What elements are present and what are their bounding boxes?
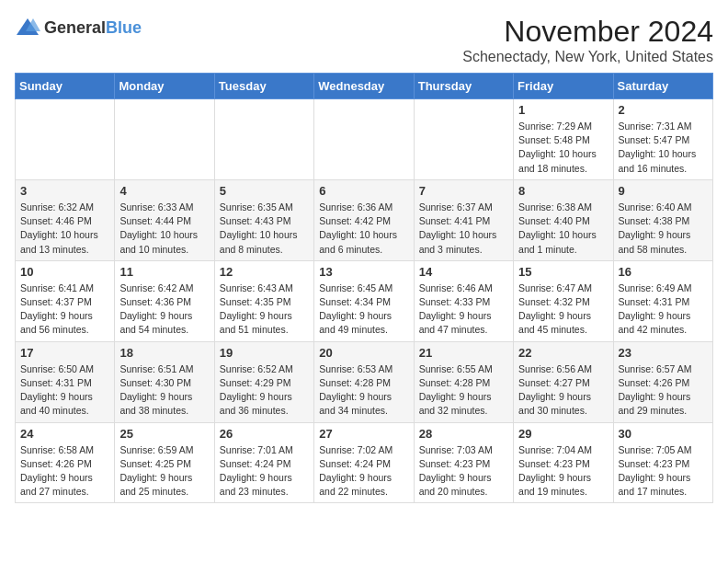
calendar-cell: 29Sunrise: 7:04 AM Sunset: 4:23 PM Dayli…	[514, 422, 613, 503]
calendar-cell: 3Sunrise: 6:32 AM Sunset: 4:46 PM Daylig…	[16, 179, 115, 260]
day-info: Sunrise: 7:02 AM Sunset: 4:24 PM Dayligh…	[319, 443, 408, 500]
day-info: Sunrise: 6:58 AM Sunset: 4:26 PM Dayligh…	[20, 443, 109, 500]
day-info: Sunrise: 7:04 AM Sunset: 4:23 PM Dayligh…	[518, 443, 608, 500]
calendar-cell: 21Sunrise: 6:55 AM Sunset: 4:28 PM Dayli…	[414, 341, 513, 422]
logo-text-blue: Blue	[106, 18, 142, 37]
logo-text-general: General	[44, 18, 106, 37]
calendar-cell	[414, 99, 513, 180]
calendar-cell: 11Sunrise: 6:42 AM Sunset: 4:36 PM Dayli…	[115, 260, 214, 341]
day-info: Sunrise: 6:56 AM Sunset: 4:27 PM Dayligh…	[518, 362, 608, 419]
title-area: November 2024 Schenectady, New York, Uni…	[462, 15, 713, 65]
day-info: Sunrise: 6:38 AM Sunset: 4:40 PM Dayligh…	[518, 201, 608, 257]
calendar-cell: 5Sunrise: 6:35 AM Sunset: 4:43 PM Daylig…	[214, 179, 313, 260]
day-info: Sunrise: 6:40 AM Sunset: 4:38 PM Dayligh…	[619, 201, 708, 257]
calendar-cell: 27Sunrise: 7:02 AM Sunset: 4:24 PM Dayli…	[314, 422, 414, 503]
day-number: 4	[119, 184, 209, 198]
day-of-week-header: Saturday	[613, 74, 712, 99]
calendar-cell	[314, 99, 414, 180]
day-info: Sunrise: 6:50 AM Sunset: 4:31 PM Dayligh…	[20, 362, 109, 419]
day-info: Sunrise: 7:03 AM Sunset: 4:23 PM Dayligh…	[419, 443, 508, 500]
day-info: Sunrise: 6:52 AM Sunset: 4:29 PM Dayligh…	[220, 362, 309, 419]
calendar-cell: 30Sunrise: 7:05 AM Sunset: 4:23 PM Dayli…	[613, 422, 712, 503]
calendar-cell	[16, 99, 115, 180]
page-header: GeneralBlue November 2024 Schenectady, N…	[15, 15, 713, 65]
day-of-week-header: Sunday	[16, 74, 115, 99]
day-info: Sunrise: 7:01 AM Sunset: 4:24 PM Dayligh…	[220, 443, 309, 500]
day-info: Sunrise: 6:42 AM Sunset: 4:36 PM Dayligh…	[119, 282, 209, 338]
logo-icon	[15, 15, 40, 40]
day-number: 26	[220, 427, 309, 441]
day-of-week-header: Tuesday	[214, 74, 313, 99]
day-info: Sunrise: 6:49 AM Sunset: 4:31 PM Dayligh…	[619, 282, 708, 338]
calendar-cell	[115, 99, 214, 180]
calendar-cell: 17Sunrise: 6:50 AM Sunset: 4:31 PM Dayli…	[16, 341, 115, 422]
day-number: 25	[119, 427, 209, 441]
calendar-cell: 4Sunrise: 6:33 AM Sunset: 4:44 PM Daylig…	[115, 179, 214, 260]
day-number: 5	[220, 184, 309, 198]
day-number: 29	[518, 427, 608, 441]
day-number: 1	[518, 103, 608, 117]
day-number: 2	[619, 103, 708, 117]
day-info: Sunrise: 6:46 AM Sunset: 4:33 PM Dayligh…	[419, 282, 508, 338]
logo: GeneralBlue	[15, 15, 142, 40]
day-number: 16	[619, 265, 708, 279]
day-info: Sunrise: 6:43 AM Sunset: 4:35 PM Dayligh…	[220, 282, 309, 338]
calendar-cell: 18Sunrise: 6:51 AM Sunset: 4:30 PM Dayli…	[115, 341, 214, 422]
day-info: Sunrise: 6:57 AM Sunset: 4:26 PM Dayligh…	[619, 362, 708, 419]
calendar-cell: 13Sunrise: 6:45 AM Sunset: 4:34 PM Dayli…	[314, 260, 414, 341]
day-of-week-header: Friday	[514, 74, 613, 99]
day-number: 28	[419, 427, 508, 441]
calendar-cell: 28Sunrise: 7:03 AM Sunset: 4:23 PM Dayli…	[414, 422, 513, 503]
calendar-cell: 14Sunrise: 6:46 AM Sunset: 4:33 PM Dayli…	[414, 260, 513, 341]
calendar-cell: 24Sunrise: 6:58 AM Sunset: 4:26 PM Dayli…	[16, 422, 115, 503]
calendar-cell: 16Sunrise: 6:49 AM Sunset: 4:31 PM Dayli…	[613, 260, 712, 341]
day-of-week-header: Thursday	[414, 74, 513, 99]
day-info: Sunrise: 6:55 AM Sunset: 4:28 PM Dayligh…	[419, 362, 508, 419]
day-number: 18	[119, 346, 209, 360]
day-number: 8	[518, 184, 608, 198]
day-number: 17	[20, 346, 109, 360]
day-info: Sunrise: 6:59 AM Sunset: 4:25 PM Dayligh…	[119, 443, 209, 500]
day-number: 14	[419, 265, 508, 279]
month-title: November 2024	[462, 15, 713, 49]
day-number: 15	[518, 265, 608, 279]
calendar-cell: 25Sunrise: 6:59 AM Sunset: 4:25 PM Dayli…	[115, 422, 214, 503]
calendar-cell: 15Sunrise: 6:47 AM Sunset: 4:32 PM Dayli…	[514, 260, 613, 341]
day-number: 20	[319, 346, 408, 360]
day-info: Sunrise: 6:37 AM Sunset: 4:41 PM Dayligh…	[419, 201, 508, 257]
day-number: 24	[20, 427, 109, 441]
location-title: Schenectady, New York, United States	[462, 49, 713, 65]
day-of-week-header: Monday	[115, 74, 214, 99]
calendar-cell: 22Sunrise: 6:56 AM Sunset: 4:27 PM Dayli…	[514, 341, 613, 422]
calendar-cell: 20Sunrise: 6:53 AM Sunset: 4:28 PM Dayli…	[314, 341, 414, 422]
day-info: Sunrise: 7:05 AM Sunset: 4:23 PM Dayligh…	[619, 443, 708, 500]
day-info: Sunrise: 6:41 AM Sunset: 4:37 PM Dayligh…	[20, 282, 109, 338]
day-number: 21	[419, 346, 508, 360]
day-number: 23	[619, 346, 708, 360]
day-number: 19	[220, 346, 309, 360]
calendar-cell: 23Sunrise: 6:57 AM Sunset: 4:26 PM Dayli…	[613, 341, 712, 422]
calendar-cell: 8Sunrise: 6:38 AM Sunset: 4:40 PM Daylig…	[514, 179, 613, 260]
day-number: 30	[619, 427, 708, 441]
day-number: 6	[319, 184, 408, 198]
calendar-cell: 10Sunrise: 6:41 AM Sunset: 4:37 PM Dayli…	[16, 260, 115, 341]
day-info: Sunrise: 6:32 AM Sunset: 4:46 PM Dayligh…	[20, 201, 109, 257]
day-info: Sunrise: 6:47 AM Sunset: 4:32 PM Dayligh…	[518, 282, 608, 338]
day-info: Sunrise: 6:51 AM Sunset: 4:30 PM Dayligh…	[119, 362, 209, 419]
day-number: 11	[119, 265, 209, 279]
day-number: 12	[220, 265, 309, 279]
day-info: Sunrise: 7:31 AM Sunset: 5:47 PM Dayligh…	[619, 120, 708, 176]
day-info: Sunrise: 6:53 AM Sunset: 4:28 PM Dayligh…	[319, 362, 408, 419]
day-number: 10	[20, 265, 109, 279]
day-info: Sunrise: 6:36 AM Sunset: 4:42 PM Dayligh…	[319, 201, 408, 257]
day-info: Sunrise: 6:33 AM Sunset: 4:44 PM Dayligh…	[119, 201, 209, 257]
calendar-cell: 7Sunrise: 6:37 AM Sunset: 4:41 PM Daylig…	[414, 179, 513, 260]
calendar-cell: 2Sunrise: 7:31 AM Sunset: 5:47 PM Daylig…	[613, 99, 712, 180]
day-number: 9	[619, 184, 708, 198]
day-of-week-header: Wednesday	[314, 74, 414, 99]
calendar-table: SundayMondayTuesdayWednesdayThursdayFrid…	[15, 73, 713, 503]
day-info: Sunrise: 6:35 AM Sunset: 4:43 PM Dayligh…	[220, 201, 309, 257]
calendar-cell: 1Sunrise: 7:29 AM Sunset: 5:48 PM Daylig…	[514, 99, 613, 180]
day-number: 7	[419, 184, 508, 198]
calendar-cell: 9Sunrise: 6:40 AM Sunset: 4:38 PM Daylig…	[613, 179, 712, 260]
